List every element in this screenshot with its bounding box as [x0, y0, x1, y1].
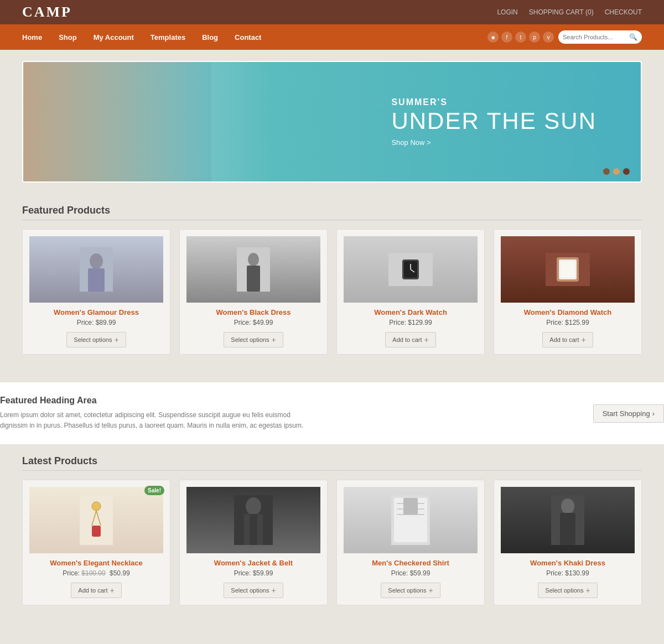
- svg-rect-14: [561, 261, 575, 278]
- top-links: LOGIN SHOPPING CART (0) CHECKOUT: [497, 8, 642, 16]
- rss-icon[interactable]: ■: [487, 32, 499, 43]
- product-price-diamond-watch: Price: $125.99: [501, 319, 635, 326]
- select-options-khaki-dress[interactable]: Select options +: [538, 583, 597, 598]
- product-card-black-dress: Women's Black Dress Price: $49.99 Select…: [179, 229, 328, 355]
- plus-icon: +: [271, 335, 276, 344]
- featured-heading-text: Featured Heading Area Lorem ipsum dolor …: [0, 396, 310, 431]
- start-shopping-button[interactable]: Start Shopping ›: [593, 404, 664, 423]
- search-input[interactable]: [563, 34, 629, 40]
- product-image-dark-watch: [344, 236, 478, 303]
- hero-banner: SUMMER'S UNDER THE SUN Shop Now >: [22, 61, 642, 183]
- latest-products-section: Latest Products Sale! Women's Elegant Ne…: [0, 444, 664, 633]
- product-card-necklace: Sale! Women's Elegant Necklace Price: $1…: [22, 480, 170, 605]
- cart-link[interactable]: SHOPPING CART (0): [529, 8, 594, 16]
- product-name-diamond-watch[interactable]: Women's Diamond Watch: [501, 308, 635, 316]
- plus-icon: +: [110, 586, 115, 595]
- product-price-jacket: Price: $59.99: [186, 569, 320, 577]
- product-name-glamour-dress[interactable]: Women's Glamour Dress: [29, 308, 163, 316]
- main-nav: Home Shop My Account Templates Blog Cont…: [22, 33, 261, 41]
- product-name-jacket[interactable]: Women's Jacket & Belt: [186, 559, 320, 567]
- product-name-necklace[interactable]: Women's Elegant Necklace: [29, 559, 163, 567]
- select-options-shirt[interactable]: Select options +: [381, 583, 440, 598]
- add-to-cart-diamond-watch[interactable]: Add to cart +: [542, 332, 593, 347]
- twitter-icon[interactable]: t: [515, 32, 526, 43]
- featured-products-grid: Women's Glamour Dress Price: $89.99 Sele…: [22, 229, 642, 355]
- product-image-necklace: [29, 487, 163, 553]
- hero-dots: [603, 168, 630, 175]
- product-card-diamond-watch: Women's Diamond Watch Price: $125.99 Add…: [494, 229, 642, 355]
- product-price-dark-watch: Price: $129.99: [344, 319, 478, 326]
- product-card-shirt: Men's Checkered Shirt Price: $59.99 Sele…: [336, 480, 485, 605]
- search-button[interactable]: 🔍: [629, 33, 637, 41]
- nav-right: ■ f t p v 🔍: [487, 30, 642, 44]
- plus-icon: +: [428, 586, 433, 595]
- nav-contact[interactable]: Contact: [235, 33, 261, 41]
- product-price-khaki-dress: Price: $130.99: [501, 569, 635, 577]
- select-options-jacket[interactable]: Select options +: [224, 583, 283, 598]
- nav-blog[interactable]: Blog: [202, 33, 218, 41]
- top-bar: CAMP LOGIN SHOPPING CART (0) CHECKOUT: [0, 0, 664, 24]
- product-card-jacket: Women's Jacket & Belt Price: $59.99 Sele…: [179, 480, 328, 605]
- main-content: Featured Products Women's Glamour Dress …: [0, 194, 664, 382]
- product-image-shirt: [344, 487, 478, 553]
- plus-icon: +: [582, 335, 586, 344]
- nav-shop[interactable]: Shop: [59, 33, 77, 41]
- product-price-black-dress: Price: $49.99: [186, 319, 320, 326]
- hero-dot-1[interactable]: [603, 168, 610, 175]
- svg-point-4: [248, 253, 259, 266]
- select-options-glamour-dress[interactable]: Select options +: [66, 332, 126, 347]
- plus-icon: +: [585, 586, 590, 595]
- logo: CAMP: [22, 4, 72, 20]
- product-price-necklace: Price: $100.00 $50.99: [29, 569, 163, 577]
- plus-icon: +: [271, 586, 276, 595]
- nav-home[interactable]: Home: [22, 33, 42, 41]
- svg-rect-5: [247, 266, 260, 292]
- svg-rect-19: [92, 526, 101, 537]
- svg-point-21: [246, 497, 261, 515]
- hero-subtitle: SUMMER'S: [391, 97, 596, 107]
- product-name-black-dress[interactable]: Women's Black Dress: [186, 308, 320, 316]
- search-box[interactable]: 🔍: [558, 30, 642, 44]
- nav-templates[interactable]: Templates: [151, 33, 185, 41]
- facebook-icon[interactable]: f: [501, 32, 512, 43]
- product-image-jacket: [186, 487, 320, 553]
- pinterest-icon[interactable]: p: [529, 32, 540, 43]
- svg-point-16: [92, 502, 101, 511]
- arrow-right-icon: ›: [652, 409, 655, 418]
- add-to-cart-necklace[interactable]: Add to cart +: [71, 583, 121, 598]
- product-card-dark-watch: Women's Dark Watch Price: $129.99 Add to…: [336, 229, 485, 355]
- svg-point-31: [561, 498, 574, 514]
- hero-section: SUMMER'S UNDER THE SUN Shop Now >: [0, 50, 664, 194]
- featured-products-title: Featured Products: [22, 205, 642, 220]
- select-options-black-dress[interactable]: Select options +: [224, 332, 283, 347]
- featured-heading-body: Lorem ipsum dolor sit amet, cotectetur a…: [0, 410, 310, 431]
- hero-dot-3[interactable]: [623, 168, 630, 175]
- latest-products-grid: Sale! Women's Elegant Necklace Price: $1…: [22, 480, 642, 605]
- product-card-khaki-dress: Women's Khaki Dress Price: $130.99 Selec…: [494, 480, 642, 605]
- checkout-link[interactable]: CHECKOUT: [605, 8, 642, 16]
- hero-dot-2[interactable]: [613, 168, 620, 175]
- svg-rect-32: [560, 513, 575, 545]
- svg-rect-29: [403, 498, 418, 515]
- product-image-khaki-dress: [501, 487, 635, 553]
- product-name-khaki-dress[interactable]: Women's Khaki Dress: [501, 559, 635, 567]
- product-price-glamour-dress: Price: $89.99: [29, 319, 163, 326]
- login-link[interactable]: LOGIN: [497, 8, 517, 16]
- product-name-dark-watch[interactable]: Women's Dark Watch: [344, 308, 478, 316]
- featured-heading-area: Featured Heading Area Lorem ipsum dolor …: [0, 382, 664, 444]
- add-to-cart-dark-watch[interactable]: Add to cart +: [385, 332, 435, 347]
- hero-title: UNDER THE SUN: [391, 110, 596, 133]
- featured-heading-title: Featured Heading Area: [0, 396, 310, 406]
- product-image-diamond-watch: [501, 236, 635, 303]
- svg-rect-23: [250, 514, 257, 545]
- plus-icon: +: [424, 335, 429, 344]
- nav-account[interactable]: My Account: [94, 33, 134, 41]
- product-name-shirt[interactable]: Men's Checkered Shirt: [344, 559, 478, 567]
- hero-cta[interactable]: Shop Now >: [391, 138, 596, 147]
- vimeo-icon[interactable]: v: [543, 32, 554, 43]
- product-image-black-dress: [186, 236, 320, 303]
- nav-bar: Home Shop My Account Templates Blog Cont…: [0, 24, 664, 50]
- product-image-glamour-dress: [29, 236, 163, 303]
- sale-badge: Sale!: [144, 486, 164, 495]
- svg-point-1: [90, 253, 103, 269]
